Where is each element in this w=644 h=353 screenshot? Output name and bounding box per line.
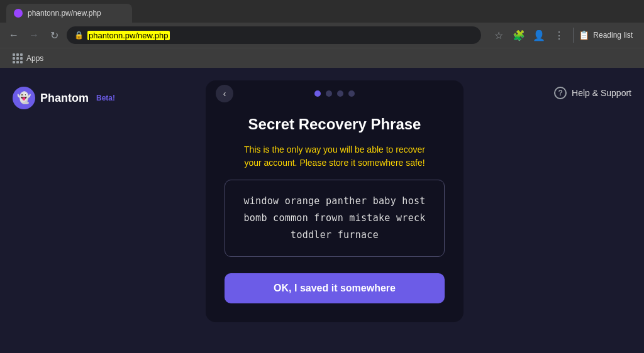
carousel-dot-3 xyxy=(337,90,343,97)
lock-icon: 🔒 xyxy=(74,31,84,40)
card-title: Secret Recovery Phrase xyxy=(248,116,421,133)
carousel-back-button[interactable]: ‹ xyxy=(216,85,233,102)
page-content: 👻 Phantom Beta! ‹ Secret Recovery Phrase… xyxy=(0,68,644,353)
browser-tab[interactable]: phantonn.pw/new.php xyxy=(6,4,132,23)
card-subtitle: This is the only way you will be able to… xyxy=(244,143,425,170)
card-body: Secret Recovery Phrase This is the only … xyxy=(206,103,464,322)
help-icon: ? xyxy=(554,87,567,99)
reading-list-area: 📋 Reading list xyxy=(573,28,638,43)
phrase-box: window orange panther baby host bomb com… xyxy=(225,180,445,257)
main-card: ‹ Secret Recovery Phrase This is the onl… xyxy=(206,80,464,322)
tab-bar: phantonn.pw/new.php xyxy=(0,0,644,23)
toolbar-icons: ☆ 🧩 👤 ⋮ xyxy=(490,26,568,44)
forward-button[interactable]: → xyxy=(26,28,42,43)
carousel-dot-2 xyxy=(326,90,332,97)
ok-saved-button[interactable]: OK, I saved it somewhere xyxy=(225,273,445,303)
address-bar[interactable]: 🔒 phantonn.pw/new.php xyxy=(67,26,481,44)
phrase-text: window orange panther baby host bomb com… xyxy=(240,193,429,244)
phantom-icon: 👻 xyxy=(13,87,35,109)
tab-favicon xyxy=(14,9,23,18)
phantom-name: Phantom xyxy=(40,92,89,105)
phantom-beta-label: Beta! xyxy=(96,94,115,102)
apps-button[interactable]: Apps xyxy=(8,51,48,66)
main-card-wrapper: ‹ Secret Recovery Phrase This is the onl… xyxy=(115,80,554,322)
chevron-left-icon: ‹ xyxy=(223,89,226,99)
carousel-dot-4 xyxy=(348,90,355,97)
reading-list-icon: 📋 xyxy=(579,30,589,40)
help-support-label: Help & Support xyxy=(572,88,631,98)
star-button[interactable]: ☆ xyxy=(490,26,508,44)
url-text: phantonn.pw/new.php xyxy=(87,31,170,40)
tab-title: phantonn.pw/new.php xyxy=(28,9,101,18)
back-button[interactable]: ← xyxy=(6,28,21,43)
carousel-dot-1 xyxy=(314,90,321,97)
reading-list-label: Reading list xyxy=(593,31,633,40)
address-bar-row: ← → ↻ 🔒 phantonn.pw/new.php ☆ 🧩 👤 ⋮ 📋 Re… xyxy=(0,23,644,48)
phantom-ghost-icon: 👻 xyxy=(17,91,31,105)
refresh-button[interactable]: ↻ xyxy=(47,28,62,43)
carousel-header: ‹ xyxy=(206,80,464,103)
help-support-link[interactable]: ? Help & Support xyxy=(554,87,631,99)
phantom-logo: 👻 Phantom Beta! xyxy=(13,80,115,109)
browser-chrome: phantonn.pw/new.php ← → ↻ 🔒 phantonn.pw/… xyxy=(0,0,644,68)
bookmarks-bar: Apps xyxy=(0,48,644,68)
right-panel: ? Help & Support xyxy=(554,80,631,99)
menu-button[interactable]: ⋮ xyxy=(550,26,568,44)
apps-grid-icon xyxy=(13,53,23,63)
profile-button[interactable]: 👤 xyxy=(530,26,548,44)
extensions-button[interactable]: 🧩 xyxy=(510,26,528,44)
apps-label: Apps xyxy=(26,54,43,63)
